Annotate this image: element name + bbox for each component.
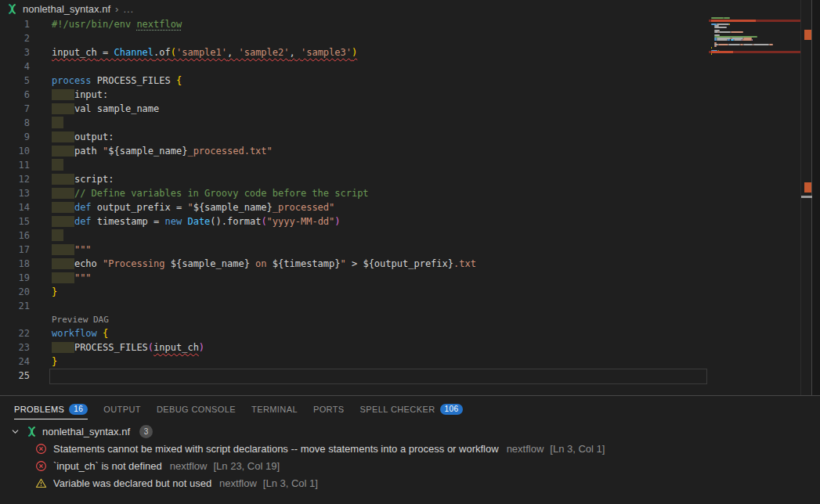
line-number: 23 bbox=[0, 342, 30, 353]
line-number: 6 bbox=[0, 89, 30, 100]
breadcrumb-ellipsis[interactable]: ... bbox=[123, 3, 134, 15]
breadcrumb-file[interactable]: nonlethal_syntax.nf bbox=[23, 3, 110, 15]
code-editor[interactable]: 1#!/usr/bin/env nextflow23input_ch = Cha… bbox=[0, 17, 820, 383]
code-line[interactable]: 21 bbox=[0, 299, 820, 313]
problem-position: [Ln 3, Col 1] bbox=[550, 443, 605, 455]
code-line[interactable]: 2 bbox=[0, 31, 820, 45]
line-number: 25 bbox=[0, 370, 30, 381]
problem-position: [Ln 23, Col 19] bbox=[213, 460, 280, 472]
code-line[interactable]: 17 """ bbox=[0, 243, 820, 257]
line-number: 13 bbox=[0, 188, 30, 199]
minimap-line bbox=[742, 39, 753, 41]
code-line[interactable]: 10 path "${sample_name}_processed.txt" bbox=[0, 144, 820, 158]
error-icon bbox=[35, 460, 47, 472]
tab-problems[interactable]: PROBLEMS16 bbox=[6, 396, 96, 423]
line-content: val sample_name bbox=[52, 102, 159, 116]
line-number: 11 bbox=[0, 160, 30, 171]
line-number: 9 bbox=[0, 131, 30, 142]
minimap-line bbox=[731, 31, 743, 33]
line-content: script: bbox=[52, 172, 114, 186]
minimap-line bbox=[752, 39, 753, 41]
code-line[interactable]: 11 bbox=[0, 158, 820, 172]
code-line[interactable]: 4 bbox=[0, 59, 820, 74]
code-line[interactable]: 6 input: bbox=[0, 88, 820, 102]
problem-source: nextflow bbox=[507, 443, 544, 455]
nextflow-icon bbox=[26, 426, 38, 437]
code-line[interactable]: 22workflow { bbox=[0, 326, 820, 340]
code-line[interactable]: 18 echo "Processing ${sample_name} on ${… bbox=[0, 257, 820, 271]
code-line[interactable]: 16 bbox=[0, 229, 820, 243]
tab-spell-checker[interactable]: SPELL CHECKER106 bbox=[352, 396, 471, 423]
code-line[interactable]: 1#!/usr/bin/env nextflow bbox=[0, 17, 820, 31]
code-line[interactable]: 15 def timestamp = new Date().format("yy… bbox=[0, 214, 820, 229]
code-line[interactable]: 8 bbox=[0, 116, 820, 130]
nextflow-icon bbox=[6, 3, 18, 15]
code-line[interactable]: 24} bbox=[0, 355, 820, 369]
code-line[interactable]: 13 // Define variables in Groovy code be… bbox=[0, 186, 820, 200]
tab-count-badge: 16 bbox=[69, 404, 88, 415]
code-line[interactable]: 7 val sample_name bbox=[0, 102, 820, 116]
tab-count-badge: 106 bbox=[440, 404, 464, 415]
code-line[interactable]: 19 """ bbox=[0, 271, 820, 285]
tab-output[interactable]: OUTPUT bbox=[96, 396, 149, 423]
code-line[interactable]: 23 PROCESS_FILES(input_ch) bbox=[0, 340, 820, 355]
line-content: path "${sample_name}_processed.txt" bbox=[52, 144, 273, 158]
minimap-line bbox=[718, 44, 728, 45]
code-line[interactable]: 20} bbox=[0, 285, 820, 299]
overview-ruler[interactable] bbox=[800, 0, 812, 395]
line-content bbox=[52, 229, 63, 243]
breadcrumb-separator: › bbox=[115, 3, 118, 15]
code-line[interactable]: 14 def output_prefix = "${sample_name}_p… bbox=[0, 200, 820, 214]
line-number: 3 bbox=[0, 47, 30, 58]
problem-position: [Ln 3, Col 1] bbox=[263, 477, 318, 489]
tab-label: OUTPUT bbox=[103, 405, 141, 414]
minimap-line bbox=[714, 45, 717, 47]
tab-debug-console[interactable]: DEBUG CONSOLE bbox=[149, 396, 244, 423]
minimap-line bbox=[714, 27, 727, 28]
problems-file-name: nonlethal_syntax.nf bbox=[42, 426, 130, 437]
minimap-error-line bbox=[711, 51, 733, 53]
minimap[interactable] bbox=[709, 0, 800, 395]
problem-message: `input_ch` is not defined bbox=[53, 460, 162, 472]
problem-item[interactable]: Variable was declared but not usednextfl… bbox=[0, 474, 820, 491]
error-icon bbox=[35, 443, 47, 455]
code-line[interactable]: 12 script: bbox=[0, 172, 820, 186]
line-number: 1 bbox=[0, 19, 30, 30]
minimap-line bbox=[728, 39, 730, 41]
line-number: 18 bbox=[0, 258, 30, 269]
problem-item[interactable]: Statements cannot be mixed with script d… bbox=[0, 440, 820, 457]
code-line[interactable]: 3input_ch = Channel.of('sample1', 'sampl… bbox=[0, 45, 820, 59]
line-content bbox=[52, 116, 63, 130]
code-line[interactable]: 9 output: bbox=[0, 130, 820, 144]
overview-error-marker bbox=[804, 182, 811, 193]
tab-label: PROBLEMS bbox=[14, 405, 64, 414]
breadcrumb: nonlethal_syntax.nf › ... bbox=[0, 0, 820, 17]
code-line[interactable]: 25 bbox=[0, 369, 820, 383]
codelens-row: Preview DAG bbox=[0, 313, 820, 326]
line-content: #!/usr/bin/env nextflow bbox=[52, 17, 182, 31]
line-number: 17 bbox=[0, 244, 30, 255]
line-content: output: bbox=[52, 130, 114, 144]
overview-error-marker bbox=[804, 30, 811, 40]
problems-list: Statements cannot be mixed with script d… bbox=[0, 440, 820, 491]
minimap-line bbox=[711, 53, 712, 55]
problems-file-group[interactable]: nonlethal_syntax.nf 3 bbox=[0, 423, 820, 440]
problem-item[interactable]: `input_ch` is not definednextflow[Ln 23,… bbox=[0, 457, 820, 474]
line-content bbox=[52, 158, 63, 172]
tab-label: SPELL CHECKER bbox=[360, 405, 435, 414]
tab-terminal[interactable]: TERMINAL bbox=[244, 396, 305, 423]
minimap-line bbox=[728, 44, 740, 45]
minimap-line bbox=[717, 39, 728, 41]
problem-source: nextflow bbox=[219, 477, 257, 489]
code-line[interactable]: 5process PROCESS_FILES { bbox=[0, 74, 820, 88]
codelens-preview-dag[interactable]: Preview DAG bbox=[52, 315, 109, 325]
chevron-down-icon[interactable] bbox=[9, 426, 21, 437]
line-number: 21 bbox=[0, 301, 30, 311]
line-number: 16 bbox=[0, 230, 30, 241]
line-number: 8 bbox=[0, 117, 30, 128]
problem-source: nextflow bbox=[170, 460, 208, 472]
minimap-line bbox=[743, 44, 753, 45]
line-content: """ bbox=[52, 243, 92, 257]
tab-ports[interactable]: PORTS bbox=[305, 396, 352, 423]
minimap-line bbox=[753, 44, 769, 45]
